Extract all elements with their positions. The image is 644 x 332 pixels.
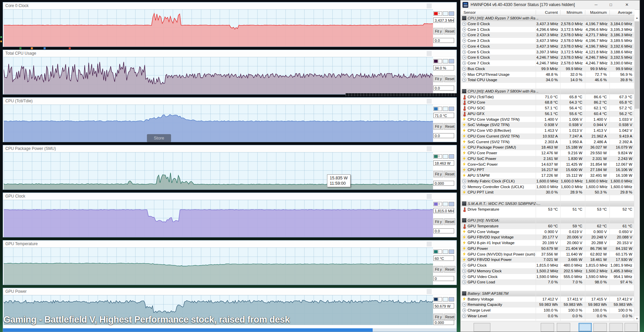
graph-window-title[interactable]: CPU (Tctl/Tdie): [3, 98, 457, 105]
toolbar-button[interactable]: [474, 323, 490, 332]
grid-color-swatch[interactable]: [449, 202, 454, 206]
sensor-row[interactable]: CPU SOC57.1 °C56.4 °C62.1 °C57.2 °C: [461, 105, 635, 111]
sensor-row[interactable]: GPU Core Voltage0.900 V0.619 V0.900 V0.6…: [461, 229, 635, 235]
sensor-row[interactable]: GPU FBVDD Input Power7.021 W3.665 W18.46…: [461, 257, 635, 263]
toolbar-button[interactable]: [579, 323, 592, 332]
sensor-row[interactable]: CPU PPT Limit30.0 %28.9 %50.3 %29.8 %: [461, 189, 635, 195]
grid-color-swatch[interactable]: [449, 154, 454, 159]
graph-window-title[interactable]: GPU Temperature: [3, 240, 457, 247]
toolbar-button[interactable]: [593, 323, 607, 332]
reset-button[interactable]: Reset: [444, 266, 455, 273]
fit-y-button[interactable]: Fit y: [433, 314, 443, 320]
sensor-row[interactable]: Drive Temperature53 °C51 °C53 °C52 °C: [461, 207, 635, 212]
minimize-button[interactable]: ─: [589, 0, 603, 9]
background-color-swatch[interactable]: [443, 154, 448, 159]
sensor-row[interactable]: Max CPU/Thread Usage48.8 %32.0 %72.7 %56…: [461, 72, 635, 77]
sensor-row[interactable]: Memory Controller Clock (UCLK)1,600.0 MH…: [461, 184, 635, 190]
fit-y-button[interactable]: Fit y: [433, 171, 443, 177]
reset-button[interactable]: Reset: [444, 218, 455, 225]
sensor-row[interactable]: SoC Voltage (SVI2 TFN)0.938 V0.938 V0.94…: [461, 122, 635, 128]
sensor-row[interactable]: CPU Core Voltage (SVI2 TFN)1.400 V1.006 …: [461, 117, 635, 122]
sensor-row[interactable]: APU GFX56.1 °C55.6 °C60.4 °C56.2 °C: [461, 111, 635, 117]
sensor-row[interactable]: CPU Core Current (SVI2 TFN)10.932 A7.247…: [461, 133, 635, 139]
series-color-swatch[interactable]: 0: [433, 154, 442, 159]
series-color-swatch[interactable]: ): [433, 107, 442, 111]
sensor-row[interactable]: GPU Video Clock1,590.0 MHz555.0 MHz1,590…: [461, 274, 635, 280]
sensor-row[interactable]: Wear Level0.0 %0.0 %0.0 %0.0 %: [461, 313, 635, 319]
toolbar-button[interactable]: [541, 323, 554, 332]
sensor-row[interactable]: GPU Temperature60 °C59 °C62 °C61 °C: [461, 223, 635, 229]
graph-window-title[interactable]: GPU Power: [3, 288, 457, 295]
sensor-row[interactable]: Core 4 Clock3,437.3 MHz2,578.0 MHz4,196.…: [461, 44, 635, 49]
fit-y-button[interactable]: Fit y: [433, 266, 443, 273]
fit-y-button[interactable]: Fit y: [433, 123, 443, 130]
background-color-swatch[interactable]: [443, 107, 448, 111]
sensor-group-row[interactable]: S.M.A.R.T.: WDC PC SN530 SDBPNPZ-...: [461, 201, 635, 207]
reset-button[interactable]: Reset: [444, 314, 455, 320]
sensor-row[interactable]: CPU Package Power (SMU)18.463 W15.188 W3…: [461, 145, 635, 150]
sensor-row[interactable]: Core 6 Clock4,246.7 MHz2,578.0 MHz4,246.…: [461, 55, 635, 60]
background-color-swatch[interactable]: [443, 297, 448, 301]
sensor-row[interactable]: Core 1 Clock4,296.6 MHz3,172.5 MHz4,296.…: [461, 27, 635, 33]
fit-y-button[interactable]: Fit y: [433, 28, 443, 35]
background-color-swatch[interactable]: [443, 250, 448, 254]
fit-y-button[interactable]: Fit y: [433, 75, 443, 82]
series-color-swatch[interactable]: ): [433, 250, 442, 254]
grid-color-swatch[interactable]: [449, 297, 454, 301]
sensor-row[interactable]: Remaining Capacity59.983 Wh59.983 Wh59.9…: [461, 302, 635, 308]
series-color-swatch[interactable]: X: [433, 202, 442, 206]
reset-button[interactable]: Reset: [444, 75, 455, 82]
sensor-row[interactable]: CPU Core68.8 °C64.3 °C86.2 °C65.8 °C: [461, 100, 635, 105]
sensor-row[interactable]: Core 5 Clock3,397.3 MHz3,172.5 MHz4,121.…: [461, 49, 635, 55]
sensor-row[interactable]: CPU (Tctl/Tdie)71.0 °C65.8 °C86.6 °C67.3…: [461, 94, 635, 100]
vertical-scrollbar[interactable]: ▲ ▼: [634, 15, 639, 322]
graph-window-title[interactable]: CPU Package Power (SMU): [3, 145, 457, 152]
sensor-group-row[interactable]: GPU [#0]: NVIDIA:: [461, 218, 635, 223]
toolbar-button[interactable]: [609, 323, 623, 332]
sensor-row[interactable]: Core+SoC Power14.637 W11.425 W31.854 W12…: [461, 162, 635, 167]
fit-y-button[interactable]: Fit y: [433, 218, 443, 225]
reset-button[interactable]: Reset: [444, 171, 455, 177]
graph-window-title[interactable]: Core 0 Clock: [3, 2, 457, 9]
background-color-swatch[interactable]: [443, 202, 448, 206]
sensor-row[interactable]: Bus Clock99.9 MHz99.9 MHz99.9 MHz99.9 MH…: [461, 66, 635, 72]
sensor-group-row[interactable]: CPU [#0]: AMD Ryzen 7 5800H with Ra...: [461, 15, 635, 21]
toolbar-button[interactable]: [625, 323, 638, 332]
graph-window-title[interactable]: Total CPU Usage: [3, 50, 457, 57]
series-color-swatch[interactable]: ): [433, 297, 442, 301]
series-color-swatch[interactable]: X: [433, 11, 442, 16]
sensor-group-row[interactable]: Battery: SMP AP18E7M: [461, 291, 635, 296]
grid-color-swatch[interactable]: [449, 107, 454, 111]
scrollbar-thumb[interactable]: [635, 21, 639, 109]
sensor-row[interactable]: APU STAPM17.226 W15.112 W32.491 W16.108 …: [461, 173, 635, 178]
toolbar-button[interactable]: [557, 323, 570, 332]
close-button[interactable]: ✕: [620, 0, 634, 9]
sensor-group-row[interactable]: CPU [#0]: AMD Ryzen 7 5800H with Ra...: [461, 89, 635, 94]
sensor-row[interactable]: CPU SoC Power2.161 W1.830 W2.331 W2.243 …: [461, 156, 635, 162]
sensor-row[interactable]: CPU PPT16.217 W15.600 W27.184 W16.106 W: [461, 167, 635, 173]
sensor-row[interactable]: GPU Core Load7.0 %7.0 %98.0 %97.4 %: [461, 279, 635, 285]
graph-window-title[interactable]: GPU Clock: [3, 193, 457, 200]
sensor-row[interactable]: CPU Core VID (Effective)1.413 V1.013 V1.…: [461, 128, 635, 133]
sensor-row[interactable]: GPU Core (NVVDD) Input Power (sum)37.556…: [461, 252, 635, 257]
scroll-up-arrow[interactable]: ▲: [634, 15, 640, 21]
sensor-row[interactable]: GPU Power50.679 W21.404 W86.796 W84.192 …: [461, 246, 635, 252]
grid-color-swatch[interactable]: [449, 250, 454, 254]
sensor-row[interactable]: GPU Clock1,815.0 MHz480.0 MHz1,815.0 MHz…: [461, 263, 635, 268]
reset-button[interactable]: Reset: [444, 123, 455, 130]
sensor-row[interactable]: Core 0 Clock3,437.3 MHz2,578.0 MHz4,196.…: [461, 21, 635, 27]
sensor-row[interactable]: Core 2 Clock3,437.3 MHz2,578.0 MHz4,271.…: [461, 32, 635, 38]
sensor-row[interactable]: Core 3 Clock3,437.3 MHz2,578.0 MHz4,196.…: [461, 38, 635, 44]
grid-color-swatch[interactable]: [449, 11, 454, 16]
background-color-swatch[interactable]: [443, 59, 448, 63]
sensor-row[interactable]: Charge Level100.0 %100.0 %100.0 %100.0 %: [461, 308, 635, 313]
sensor-row[interactable]: GPU Memory Clock1,500.2 MHz202.5 MHz1,50…: [461, 268, 635, 274]
sensor-row[interactable]: Core 7 Clock4,246.7 MHz2,578.0 MHz4,246.…: [461, 60, 635, 66]
sensor-row[interactable]: GPU FBVDD Input Voltage20.177 V20.006 V2…: [461, 234, 635, 240]
sensor-row[interactable]: GPU 8-pin #1 Input Voltage20.199 V20.060…: [461, 240, 635, 246]
grid-color-swatch[interactable]: [449, 59, 454, 63]
sensor-row[interactable]: Battery Voltage17.412 V17.411 V17.415 V1…: [461, 296, 635, 302]
background-color-swatch[interactable]: [443, 11, 448, 16]
sensor-row[interactable]: SoC Current (SVI2 TFN)2.303 A1.950 A2.48…: [461, 139, 635, 145]
series-color-swatch[interactable]: ): [433, 59, 442, 63]
